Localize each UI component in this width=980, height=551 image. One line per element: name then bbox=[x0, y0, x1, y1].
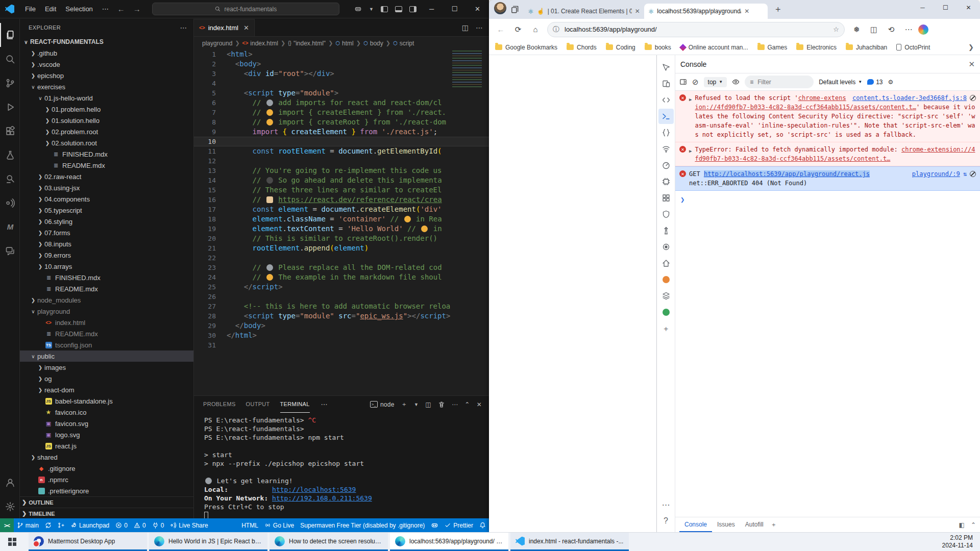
tree-item-08-inputs[interactable]: ❯08.inputs bbox=[20, 238, 193, 249]
tree-item--vscode[interactable]: ❯.vscode bbox=[20, 59, 193, 70]
tree-item-readme-mdx[interactable]: ≣README.mdx bbox=[20, 328, 193, 339]
dock-side-icon[interactable]: ◧ bbox=[959, 521, 965, 529]
tree-item-04-components[interactable]: ❯04.components bbox=[20, 193, 193, 205]
bookmark-coding[interactable]: Coding bbox=[606, 44, 635, 51]
workspaces-icon[interactable] bbox=[510, 5, 520, 14]
copilot-explain-icon[interactable] bbox=[970, 95, 976, 101]
close-panel-icon[interactable]: ✕ bbox=[477, 401, 482, 408]
split-editor-icon[interactable]: ◫ bbox=[462, 23, 469, 32]
tree-item-readme-mdx[interactable]: ≣README.mdx bbox=[20, 283, 193, 294]
devtools-layers-icon[interactable] bbox=[658, 288, 674, 304]
devtools-memory-icon[interactable] bbox=[658, 174, 674, 189]
console-filter[interactable]: ≡ bbox=[745, 76, 814, 88]
bookmark-google-bookmarks[interactable]: Google Bookmarks bbox=[495, 44, 557, 51]
console-sidebar-icon[interactable] bbox=[679, 78, 687, 86]
browser-essentials-icon[interactable]: ❅ bbox=[849, 22, 864, 37]
editor-more-icon[interactable]: ⋯ bbox=[476, 23, 483, 32]
status-supermaven-free-tier-dis[interactable]: Supermaven Free Tier (disabled by .gitig… bbox=[297, 518, 428, 532]
copilot-browser-icon[interactable] bbox=[918, 24, 928, 35]
status-branch-create[interactable] bbox=[55, 518, 67, 532]
add-drawer-tab-icon[interactable]: ＋ bbox=[771, 520, 777, 529]
devtools-console-icon[interactable] bbox=[658, 109, 674, 124]
status-bell[interactable] bbox=[476, 518, 489, 532]
tree-item-playground[interactable]: ∨playground bbox=[20, 306, 193, 317]
tree-item-epicshop[interactable]: ❯epicshop bbox=[20, 70, 193, 81]
console-message-sel[interactable]: ✕playground/:9⇅GET http://localhost:5639… bbox=[675, 166, 980, 191]
new-terminal-icon[interactable]: ＋ bbox=[401, 400, 407, 409]
activity-source-control-icon[interactable] bbox=[0, 71, 20, 95]
vscode-close-button[interactable]: ✕ bbox=[466, 0, 489, 18]
breadcrumb-item[interactable]: <>index.html bbox=[242, 40, 278, 47]
devtools-add-panel-icon[interactable]: ＋ bbox=[658, 321, 674, 336]
terminal-dropdown-icon[interactable]: ▼ bbox=[414, 402, 419, 407]
tree-item-07-forms[interactable]: ❯07.forms bbox=[20, 227, 193, 238]
devtools-sources-icon[interactable] bbox=[658, 125, 674, 140]
devtools-help-icon[interactable]: ? bbox=[658, 513, 674, 529]
split-screen-icon[interactable]: ◫ bbox=[866, 22, 881, 37]
panel-actions-more-icon[interactable]: ⋯ bbox=[452, 401, 458, 408]
tab-index-html[interactable]: <> index.html ✕ bbox=[194, 19, 255, 36]
activity-explorer-icon[interactable] bbox=[0, 23, 20, 47]
browser-tab[interactable]: ⚛☝| 01. Create React Elements | 0✕ bbox=[524, 4, 644, 19]
tree-item-01-js-hello-world[interactable]: ∨01.js-hello-world bbox=[20, 92, 193, 104]
section-outline[interactable]: ❯OUTLINE bbox=[20, 496, 193, 508]
status-error-0[interactable]: 0 bbox=[112, 518, 131, 532]
expand-triangle-icon[interactable]: ▶ bbox=[689, 95, 692, 139]
tree-item-react-dom[interactable]: ❯react-dom bbox=[20, 384, 193, 395]
tree-item-shared[interactable]: ❯shared bbox=[20, 452, 193, 463]
address-input[interactable] bbox=[564, 25, 829, 34]
terminal-shell-chip[interactable]: >_ node bbox=[370, 401, 395, 408]
browser-profile-avatar[interactable] bbox=[494, 2, 506, 14]
tree-item--prettierignore[interactable]: .prettierignore bbox=[20, 485, 193, 496]
toggle-panel-icon[interactable] bbox=[395, 6, 402, 12]
panel-tab-terminal[interactable]: TERMINAL bbox=[280, 396, 310, 413]
tree-item--npmrc[interactable]: n.npmrc bbox=[20, 474, 193, 485]
start-button[interactable] bbox=[0, 533, 24, 551]
history-icon[interactable]: ⟲ bbox=[884, 22, 899, 37]
tree-item-finished-mdx[interactable]: ≣FINISHED.mdx bbox=[20, 272, 193, 283]
taskbar-edge-button[interactable]: How to detect the screen resoluti... bbox=[270, 533, 388, 551]
drawer-expand-icon[interactable]: ⌃ bbox=[971, 521, 976, 529]
status-remote--[interactable]: >< bbox=[0, 518, 14, 532]
panel-tab-output[interactable]: OUTPUT bbox=[246, 396, 270, 413]
drawer-tab-console[interactable]: Console bbox=[679, 517, 712, 532]
tree-item-10-arrays[interactable]: ❯10.arrays bbox=[20, 261, 193, 272]
bookmark-chords[interactable]: Chords bbox=[567, 44, 597, 51]
taskbar-mattermost-button[interactable]: Mattermost Desktop App bbox=[29, 533, 147, 551]
breadcrumb-item[interactable]: {}"index.html" bbox=[288, 40, 326, 47]
new-tab-button[interactable]: ＋ bbox=[774, 3, 782, 15]
devtools-network-icon[interactable] bbox=[658, 141, 674, 157]
activity-account-icon[interactable] bbox=[0, 470, 20, 494]
activity-testing-icon[interactable] bbox=[0, 143, 20, 167]
panel-tab-problems[interactable]: PROBLEMS bbox=[203, 396, 236, 413]
chevron-down-icon[interactable]: ▼ bbox=[369, 7, 374, 12]
site-info-icon[interactable]: ⓘ bbox=[553, 25, 559, 34]
status-ports-0[interactable]: 0 bbox=[149, 518, 167, 532]
kill-terminal-icon[interactable] bbox=[438, 401, 445, 408]
bookmark-games[interactable]: Games bbox=[757, 44, 788, 51]
devtools-more-icon[interactable]: ⋯ bbox=[658, 497, 674, 512]
status-branch-main[interactable]: main bbox=[14, 518, 42, 532]
tree-item-babel-standalone-js[interactable]: JSbabel-standalone.js bbox=[20, 395, 193, 407]
tree-item-02-problem-root[interactable]: ❯02.problem.root bbox=[20, 126, 193, 137]
tree-item--gitignore[interactable]: ◆.gitignore bbox=[20, 463, 193, 474]
clear-console-icon[interactable]: ⊘ bbox=[692, 78, 699, 87]
devtools-performance-icon[interactable] bbox=[658, 158, 674, 173]
activity-live-share-icon[interactable] bbox=[0, 191, 20, 215]
code-editor[interactable]: 1<html>2 <body>3 <div id="root"></div>45… bbox=[194, 49, 489, 395]
favorite-star-icon[interactable]: ☆ bbox=[833, 26, 839, 33]
bookmark-electronics[interactable]: Electronics bbox=[796, 44, 837, 51]
console-message-err[interactable]: ✕▶content.ts-loader-3ed3668f.js:8Refused… bbox=[675, 91, 980, 142]
breadcrumb-item[interactable]: playground bbox=[202, 40, 232, 47]
tab-close-icon[interactable]: ✕ bbox=[635, 8, 640, 15]
split-terminal-icon[interactable]: ◫ bbox=[425, 401, 431, 408]
tree-item-index-html[interactable]: <>index.html bbox=[20, 317, 193, 328]
breadcrumb-item[interactable]: ⬡body bbox=[363, 40, 383, 47]
devtools-cookie-extension-icon[interactable] bbox=[658, 272, 674, 287]
activity-extensions-icon[interactable] bbox=[0, 119, 20, 143]
tree-item-og[interactable]: ❯og bbox=[20, 373, 193, 384]
command-center-search[interactable]: react-fundamentals bbox=[152, 3, 339, 15]
tree-item-node-modules[interactable]: ❯node_modules bbox=[20, 294, 193, 306]
devtools-close-icon[interactable]: ✕ bbox=[968, 60, 975, 69]
context-selector[interactable]: top ▼ bbox=[704, 77, 727, 87]
